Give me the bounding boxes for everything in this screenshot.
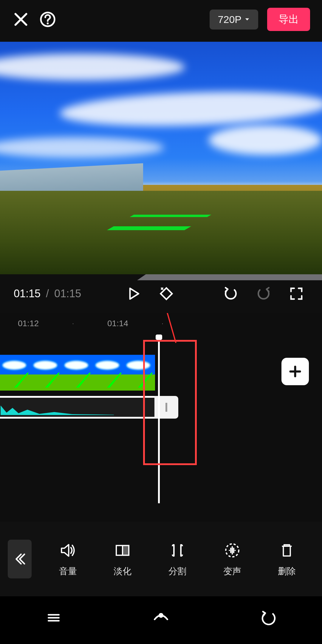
delete-label: 删除 <box>278 565 296 578</box>
delete-button[interactable]: 删除 <box>259 541 314 578</box>
fullscreen-icon[interactable] <box>284 282 308 306</box>
undo-icon[interactable] <box>219 282 243 306</box>
add-clip-button[interactable] <box>281 358 309 385</box>
voice-change-button[interactable]: 变声 <box>205 541 260 578</box>
export-label: 导出 <box>278 13 299 25</box>
annotation-box <box>143 340 197 465</box>
fade-button[interactable]: 淡化 <box>95 541 150 578</box>
fade-label: 淡化 <box>114 565 131 578</box>
nav-home-icon[interactable] <box>148 604 174 631</box>
clip-thumbnail <box>93 355 124 391</box>
audio-waveform <box>1 404 114 415</box>
nav-menu-icon[interactable] <box>40 604 67 631</box>
redo-icon[interactable] <box>252 282 275 306</box>
resolution-select[interactable]: 720P <box>210 10 258 30</box>
resolution-label: 720P <box>218 14 242 25</box>
help-icon[interactable] <box>39 10 57 28</box>
ruler-dot: · <box>51 321 95 327</box>
timeline[interactable]: 01:12 · 01:14 · <box>0 313 322 522</box>
clip-thumbnail <box>31 355 62 391</box>
total-time: 01:15 <box>54 287 81 300</box>
audio-track[interactable] <box>0 396 155 419</box>
voice-label: 变声 <box>223 565 241 578</box>
voice-icon <box>223 541 242 560</box>
volume-label: 音量 <box>59 565 77 578</box>
ruler-tick: 01:14 <box>95 319 140 328</box>
keyframe-icon[interactable] <box>154 282 178 306</box>
split-icon <box>168 541 187 560</box>
video-track[interactable] <box>0 355 155 391</box>
video-preview[interactable] <box>0 42 322 274</box>
play-icon[interactable] <box>122 282 145 306</box>
svg-rect-3 <box>123 545 129 555</box>
time-ruler: 01:12 · 01:14 · <box>0 313 322 334</box>
volume-icon <box>58 541 78 560</box>
clip-thumbnail <box>62 355 93 391</box>
time-separator: / <box>46 287 49 300</box>
current-time: 01:15 <box>14 287 41 300</box>
volume-button[interactable]: 音量 <box>41 541 95 578</box>
split-button[interactable]: 分割 <box>150 541 205 578</box>
trash-icon <box>277 541 296 560</box>
toolbar-back-button[interactable] <box>8 540 32 578</box>
split-label: 分割 <box>168 565 186 578</box>
clip-thumbnail <box>0 355 31 391</box>
ruler-tick: 01:12 <box>6 319 51 328</box>
nav-back-icon[interactable] <box>255 604 282 631</box>
export-button[interactable]: 导出 <box>267 8 310 31</box>
svg-point-1 <box>47 22 49 24</box>
close-icon[interactable] <box>12 10 30 28</box>
ruler-dot: · <box>140 321 185 327</box>
fade-icon <box>113 541 132 560</box>
